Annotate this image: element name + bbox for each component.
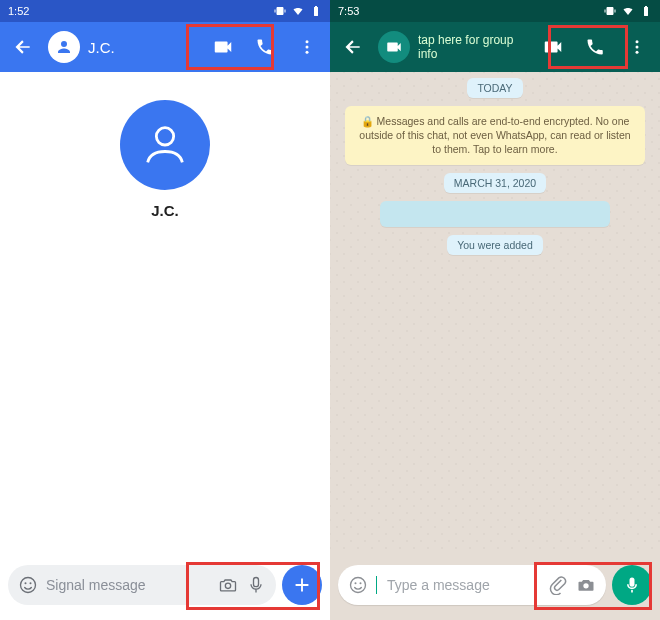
contact-name[interactable]: J.C.: [88, 39, 115, 56]
svg-point-0: [306, 40, 309, 43]
status-icons: [274, 5, 322, 17]
app-bar: tap here for group info: [330, 22, 660, 72]
phone-icon: [585, 37, 605, 57]
svg-point-4: [25, 582, 27, 584]
wifi-icon: [292, 5, 304, 17]
status-bar: 7:53: [330, 0, 660, 22]
video-icon: [212, 36, 234, 58]
svg-point-2: [306, 51, 309, 54]
battery-icon: [640, 5, 652, 17]
mic-icon: [622, 575, 642, 595]
svg-point-1: [306, 46, 309, 49]
svg-point-13: [583, 583, 588, 588]
contact-avatar[interactable]: [48, 31, 80, 63]
svg-point-3: [21, 578, 36, 593]
more-vert-icon: [298, 38, 316, 56]
svg-point-8: [636, 46, 639, 49]
video-icon: [385, 38, 403, 56]
battery-icon: [310, 5, 322, 17]
app-bar: J.C.: [0, 22, 330, 72]
more-button[interactable]: [290, 30, 324, 64]
encryption-notice[interactable]: 🔒 Messages and calls are end-to-end encr…: [345, 106, 645, 165]
svg-point-10: [351, 578, 366, 593]
system-row: [380, 201, 610, 227]
message-placeholder: Signal message: [46, 577, 210, 593]
emoji-icon: [348, 575, 368, 595]
wifi-icon: [622, 5, 634, 17]
mic-icon[interactable]: [246, 575, 266, 595]
message-input[interactable]: Signal message: [8, 565, 276, 605]
added-chip: You were added: [447, 235, 543, 255]
voice-call-button[interactable]: [248, 30, 282, 64]
attach-icon[interactable]: [548, 575, 568, 595]
camera-icon[interactable]: [218, 575, 238, 595]
today-chip: TODAY: [467, 78, 522, 98]
person-outline-icon: [139, 119, 191, 171]
text-cursor: [376, 576, 377, 594]
more-vert-icon: [628, 38, 646, 56]
attach-button[interactable]: [282, 565, 322, 605]
group-avatar[interactable]: [378, 31, 410, 63]
vibrate-icon: [604, 5, 616, 17]
chat-body: TODAY 🔒 Messages and calls are end-to-en…: [330, 72, 660, 550]
header-titles[interactable]: tap here for group info: [418, 33, 520, 61]
video-icon: [542, 36, 564, 58]
date-chip: MARCH 31, 2020: [444, 173, 546, 193]
contact-large-avatar[interactable]: [120, 100, 210, 190]
header-subtitle: tap here for group info: [418, 33, 520, 61]
signal-screen: 1:52 J.C. J.C.: [0, 0, 330, 620]
svg-point-9: [636, 51, 639, 54]
whatsapp-screen: 7:53 tap here for group info TODAY �: [330, 0, 660, 620]
input-bar: Signal message: [0, 550, 330, 620]
status-bar: 1:52: [0, 0, 330, 22]
message-placeholder: Type a message: [387, 577, 540, 593]
contact-large-name: J.C.: [151, 202, 179, 219]
svg-point-5: [30, 582, 32, 584]
status-icons: [604, 5, 652, 17]
phone-icon: [255, 37, 275, 57]
arrow-left-icon: [13, 37, 33, 57]
video-call-button[interactable]: [206, 30, 240, 64]
person-icon: [55, 38, 73, 56]
emoji-icon: [18, 575, 38, 595]
back-button[interactable]: [6, 30, 40, 64]
video-call-button[interactable]: [536, 30, 570, 64]
vibrate-icon: [274, 5, 286, 17]
back-button[interactable]: [336, 30, 370, 64]
status-time: 1:52: [8, 5, 29, 17]
svg-point-6: [225, 583, 230, 588]
input-bar: Type a message: [330, 550, 660, 620]
camera-icon[interactable]: [576, 575, 596, 595]
status-time: 7:53: [338, 5, 359, 17]
chat-body: J.C.: [0, 72, 330, 550]
arrow-left-icon: [343, 37, 363, 57]
more-button[interactable]: [620, 30, 654, 64]
svg-point-11: [355, 582, 357, 584]
message-input[interactable]: Type a message: [338, 565, 606, 605]
plus-icon: [291, 574, 313, 596]
mic-button[interactable]: [612, 565, 652, 605]
voice-call-button[interactable]: [578, 30, 612, 64]
svg-point-12: [360, 582, 362, 584]
svg-point-7: [636, 40, 639, 43]
